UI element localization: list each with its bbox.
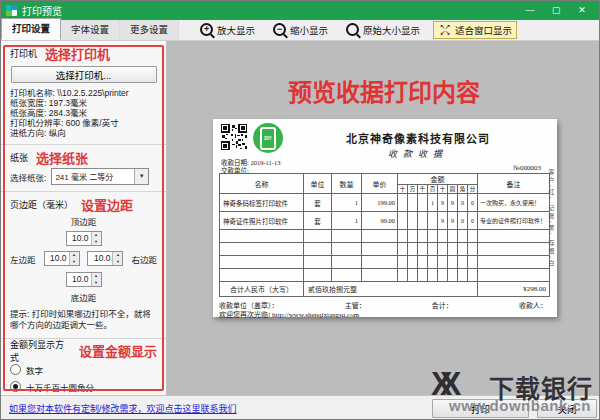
stepper-arrows-icon[interactable]: ▲▼ (91, 273, 101, 286)
paper-select-label: 选择纸张: (10, 171, 46, 183)
app-icon (6, 5, 17, 16)
amount-display-section: 金额列显示方式 设置金额显示 数字 十万千百十圆角分 (1, 339, 166, 395)
close-button[interactable]: ✕ (570, 2, 594, 19)
contact-link[interactable]: 如果您对本软件有定制/修改需求，欢迎点击这里联系我们 (9, 402, 237, 415)
zoom-toolbar: + 放大显示 − 缩小显示 原始大小显示 ↖↗↙↘ 适合窗口显示 (195, 19, 517, 40)
bottom-bar: 如果您对本软件有定制/修改需求，欢迎点击这里联系我们 打印 关闭 (1, 395, 599, 419)
zoom-out-icon: − (273, 23, 286, 36)
chevron-down-icon[interactable]: ▾ (134, 169, 148, 184)
printer-resolution: 打印机分辨率: 600 像素/英寸 (10, 118, 157, 128)
fit-window-icon: ↖↗↙↘ (438, 24, 451, 36)
amount-section-title: 金额列显示方式 (10, 338, 71, 364)
window-controls: — ▢ ✕ (518, 2, 594, 19)
maximize-button[interactable]: ▢ (544, 2, 568, 19)
right-margin-label: 右边距 (131, 253, 157, 265)
minimize-button[interactable]: — (518, 2, 542, 19)
col-remark: 备注 (478, 174, 550, 194)
right-margin-stepper[interactable]: 10.0 ▲▼ (87, 251, 123, 266)
annotation-preview-hint: 预览收据打印内容 (288, 73, 480, 108)
col-price: 单价 (362, 174, 398, 194)
empty-table-row (220, 256, 550, 269)
radio-amount-columns-label: 十万千百十圆角分 (26, 381, 94, 393)
table-row: 神奇证件照片打印软件 套 1 99.00 9 9 0 0 专业的证件照打印软件！ (220, 212, 550, 230)
tab-toolbar-row: 打印设置 字体设置 更多设置 + 放大显示 − 缩小显示 原始大小显示 ↖↗↙↘… (1, 20, 599, 41)
bottom-margin-stepper[interactable]: 10.0 ▲▼ (66, 272, 102, 287)
col-qty: 数量 (332, 174, 362, 194)
receipt-table: 名称 单位 数量 单价 金额 备注 十 万 千 百 十 圆 角 分 (219, 173, 550, 297)
tab-print-settings[interactable]: 打印设置 (1, 18, 61, 40)
printer-section: 打印机 选择打印机 选择打印机... 打印机名称: \\10.2.5.225\p… (1, 41, 166, 145)
settings-panel: 打印机 选择打印机 选择打印机... 打印机名称: \\10.2.5.225\p… (1, 41, 167, 395)
receipt-company-name: 北京神奇像素科技有限公司 (293, 130, 543, 146)
radio-unchecked-icon (10, 364, 21, 375)
annotation-set-margins: 设置边距 (81, 195, 133, 214)
magnifier-icon (346, 23, 359, 36)
table-header-row: 名称 单位 数量 单价 金额 备注 (220, 174, 550, 185)
zoom-in-label: 放大显示 (217, 23, 255, 37)
zoom-out-label: 缩小显示 (290, 23, 328, 37)
paper-height: 纸张高度: 284.3毫米 (10, 108, 157, 118)
margins-section: 页边距（毫米） 设置边距 顶边距 10.0 ▲▼ 左边距 10.0 ▲▼ 10.… (1, 192, 166, 339)
paper-section-title: 纸张 (10, 151, 28, 164)
empty-table-row (220, 230, 550, 243)
printer-section-title: 打印机 (10, 47, 37, 60)
col-unit: 单位 (304, 174, 332, 194)
print-preview-window: 打印预览 — ▢ ✕ 打印设置 字体设置 更多设置 + 放大显示 − 缩小显示 … (0, 0, 600, 420)
radio-amount-columns[interactable]: 十万千百十圆角分 (10, 381, 157, 393)
top-margin-value: 10.0 (67, 232, 91, 245)
paper-size-select[interactable]: 241 毫米 二等分 ▾ (51, 168, 149, 185)
margins-section-title: 页边距（毫米） (10, 198, 73, 211)
paper-width: 纸张宽度: 197.3毫米 (10, 98, 157, 108)
bottom-margin-label: 底边距 (10, 291, 157, 303)
paper-size-value: 241 毫米 二等分 (52, 171, 134, 182)
close-dialog-button[interactable]: 关闭 (537, 399, 597, 418)
empty-table-row (220, 269, 550, 282)
zoom-in-button[interactable]: + 放大显示 (195, 21, 260, 39)
receipt-preview: DIY 北京神奇像素科技有限公司 收款收据 收款日期: 2019-11-13 交… (213, 119, 557, 317)
fit-window-button[interactable]: ↖↗↙↘ 适合窗口显示 (433, 21, 517, 39)
select-printer-button[interactable]: 选择打印机... (11, 66, 157, 83)
radio-checked-icon (10, 381, 21, 392)
col-amount: 金额 (398, 174, 478, 185)
zoom-out-button[interactable]: − 缩小显示 (268, 21, 333, 39)
top-margin-stepper[interactable]: 10.0 ▲▼ (66, 231, 102, 246)
receipt-date: 2019-11-13 (250, 159, 280, 166)
annotation-set-amount: 设置金额显示 (79, 341, 157, 360)
left-margin-stepper[interactable]: 10.0 ▲▼ (44, 251, 80, 266)
stepper-arrows-icon[interactable]: ▲▼ (112, 252, 122, 265)
total-row: 合计人民币（大写） 贰佰玖拾捌元整 ¥298.00 (220, 282, 550, 297)
radio-amount-numeric-label: 数字 (26, 364, 43, 376)
annotation-select-paper: 选择纸张 (36, 148, 88, 167)
feed-direction: 进纸方向: 纵向 (10, 128, 157, 138)
margin-tip-text: 提示: 打印时如果哪边打印不全，就将哪个方向的边距调大一些。 (10, 309, 157, 332)
table-row: 神奇条码标签打印软件 套 1 199.00 1 9 9 0 0 一次购买，永久使… (220, 194, 550, 212)
paper-section: 纸张 选择纸张 选择纸张: 241 毫米 二等分 ▾ (1, 145, 166, 192)
receipt-number: №000003 (513, 164, 541, 172)
print-button[interactable]: 打印 (432, 399, 529, 418)
qr-code (221, 124, 247, 150)
tab-font-settings[interactable]: 字体设置 (61, 20, 120, 40)
fit-window-label: 适合窗口显示 (455, 23, 512, 37)
empty-table-row (220, 243, 550, 256)
receipt-copy-note: 客户-红- 记账-黄- 存根-白 (547, 169, 556, 309)
left-margin-label: 左边距 (10, 253, 36, 265)
title-bar: 打印预览 — ▢ ✕ (1, 1, 599, 20)
stepper-arrows-icon[interactable]: ▲▼ (91, 232, 101, 245)
window-title: 打印预览 (22, 3, 518, 18)
original-size-button[interactable]: 原始大小显示 (341, 21, 425, 39)
receipt-title: 收款收据 (293, 147, 543, 160)
company-logo: DIY (253, 123, 283, 153)
phone-icon: DIY (260, 127, 276, 150)
left-margin-value: 10.0 (45, 252, 69, 265)
tab-more-settings[interactable]: 更多设置 (120, 20, 179, 40)
col-name: 名称 (220, 174, 304, 194)
receipt-footer-text: 欢迎您再次光临! http://www.shenqixiangsu.com (219, 309, 359, 319)
preview-area: 预览收据打印内容 DIY 北京神奇像素科技有限公司 收款收据 收款日期: 201… (167, 41, 600, 395)
annotation-select-printer: 选择打印机 (45, 44, 110, 63)
original-size-label: 原始大小显示 (363, 23, 420, 37)
right-margin-value: 10.0 (88, 252, 112, 265)
top-margin-label: 顶边距 (10, 215, 157, 227)
radio-amount-numeric[interactable]: 数字 (10, 364, 157, 376)
zoom-in-icon: + (200, 23, 213, 36)
stepper-arrows-icon[interactable]: ▲▼ (69, 252, 79, 265)
